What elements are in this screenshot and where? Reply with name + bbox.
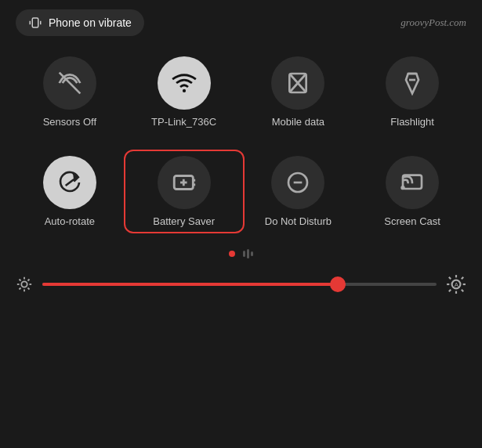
svg-rect-0: [32, 18, 38, 27]
svg-line-37: [449, 290, 451, 291]
quick-settings-row-1: Sensors Off TP-Link_736C Mobile data: [0, 42, 482, 142]
screen-cast-icon-circle: [386, 156, 439, 209]
dot-active: [229, 251, 235, 257]
brightness-thumb[interactable]: [330, 276, 346, 292]
svg-point-4: [183, 89, 186, 92]
flashlight-label: Flashlight: [390, 116, 434, 128]
battery-saver-icon: [171, 169, 198, 196]
auto-rotate-label: Auto-rotate: [45, 215, 95, 227]
dnd-icon-circle: [271, 156, 324, 209]
svg-marker-8: [406, 74, 419, 93]
svg-line-28: [19, 287, 20, 289]
svg-line-11: [66, 179, 74, 186]
qs-flashlight[interactable]: Flashlight: [355, 49, 469, 135]
vibrate-label: Phone on vibrate: [49, 16, 132, 29]
sensors-off-label: Sensors Off: [43, 116, 96, 128]
battery-saver-icon-circle: [158, 156, 211, 209]
svg-point-20: [402, 186, 404, 189]
mobile-data-icon: [285, 70, 310, 96]
svg-line-35: [449, 277, 451, 279]
qs-screen-cast[interactable]: Screen Cast: [355, 148, 469, 235]
brightness-track[interactable]: [42, 283, 437, 286]
flashlight-icon: [400, 70, 425, 96]
auto-rotate-icon-circle: [43, 156, 96, 209]
dnd-label: Do Not Disturb: [265, 215, 332, 227]
svg-line-26: [19, 279, 20, 280]
vibrate-pill: Phone on vibrate: [16, 9, 144, 36]
wifi-label: TP-Link_736C: [151, 116, 216, 128]
battery-saver-label: Battery Saver: [153, 215, 215, 227]
quick-settings-row-2: Auto-rotate Battery Saver Do Not Disturb: [0, 142, 482, 241]
flashlight-icon-circle: [386, 56, 439, 110]
qs-mobile-data[interactable]: Mobile data: [241, 49, 356, 135]
qs-battery-saver[interactable]: Battery Saver: [127, 148, 241, 235]
brightness-fill: [42, 283, 338, 286]
top-bar: Phone on vibrate groovyPost.com: [0, 0, 482, 42]
svg-line-29: [27, 279, 29, 280]
svg-point-21: [21, 281, 27, 287]
mobile-data-icon-circle: [271, 56, 324, 110]
pagination-dots: [0, 241, 482, 265]
watermark: groovyPost.com: [400, 16, 466, 29]
qs-sensors-off[interactable]: Sensors Off: [13, 49, 127, 135]
screen-cast-label: Screen Cast: [384, 215, 440, 227]
qs-do-not-disturb[interactable]: Do Not Disturb: [241, 148, 356, 235]
screen-cast-icon: [400, 170, 425, 195]
svg-line-27: [27, 287, 29, 289]
sensors-off-icon: [57, 70, 82, 96]
dnd-icon: [285, 170, 310, 195]
vibrate-icon: [28, 16, 42, 30]
sensors-off-icon-circle: [43, 56, 96, 110]
waveform: [243, 249, 253, 258]
wifi-icon: [171, 70, 198, 96]
brightness-high-icon: A: [446, 274, 466, 294]
svg-line-36: [462, 290, 463, 291]
brightness-bar: A: [0, 265, 482, 294]
svg-line-38: [462, 277, 463, 279]
wifi-icon-circle: [158, 56, 211, 110]
qs-wifi[interactable]: TP-Link_736C: [127, 49, 241, 135]
brightness-low-icon: [16, 276, 33, 293]
mobile-data-label: Mobile data: [272, 116, 324, 128]
qs-auto-rotate[interactable]: Auto-rotate: [13, 148, 127, 235]
auto-rotate-icon: [57, 170, 82, 195]
